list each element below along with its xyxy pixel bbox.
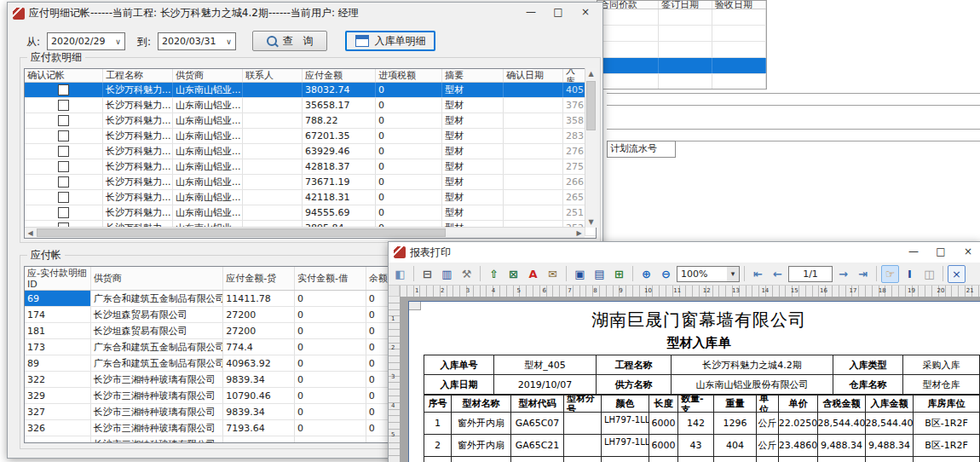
column-header[interactable]: 数量-支 [678,396,714,412]
table-cell[interactable] [504,113,563,128]
confirm-checkbox[interactable] [58,100,69,111]
zoom-out-icon[interactable]: ⊖ [657,265,675,283]
column-header[interactable]: 工程名称 [103,69,173,82]
table-cell[interactable] [25,190,103,205]
table-row[interactable]: 长沙万科魅力...山东南山铝业...94555.690型材251 [25,205,596,221]
book-icon[interactable]: ▥ [438,265,456,283]
scroll-left-icon[interactable]: ◀ [25,228,36,239]
table-cell[interactable] [564,457,602,462]
table-cell[interactable]: 型材 [442,129,504,143]
table-cell[interactable]: 型材 [442,205,504,220]
table-cell[interactable]: 山东南山铝业... [173,98,243,113]
table-cell[interactable]: 广东合和建筑五金制品有限公司 [91,355,224,371]
table-cell[interactable]: 22.0250 [779,413,818,434]
table-cell[interactable]: 长沙万科魅力... [103,159,173,174]
copy-icon[interactable]: ◫ [920,265,938,283]
confirm-checkbox[interactable] [58,130,69,141]
table-cell[interactable] [243,159,303,174]
table-row[interactable]: 长沙万科魅力...山东南山铝业...63929.460型材276 [25,144,596,159]
table-cell[interactable]: B区-1R2F [914,435,980,456]
table-cell[interactable]: 长沙万科魅力... [103,83,173,97]
table-cell[interactable]: 23.4860 [779,435,818,456]
scroll-down-icon[interactable]: ▼ [585,217,597,228]
table-cell[interactable] [597,26,659,41]
table-cell[interactable] [243,98,303,113]
table-cell[interactable]: 窗外开内扇 [452,435,511,456]
table-cell[interactable]: 327 [25,404,91,419]
table-cell[interactable]: 型材 [442,175,504,189]
excel-icon[interactable]: ⊠ [504,265,522,283]
table-cell[interactable]: 长沙市三湘特种玻璃有限公司 [91,372,224,387]
table-cell[interactable]: 275 [563,159,585,174]
table-cell[interactable]: 28,544.40 [866,413,914,434]
table-cell[interactable]: 89 [25,355,91,371]
panel-toggle-icon[interactable]: ◧ [391,265,409,283]
table-cell[interactable]: 公斤 [757,435,779,456]
minimize-button[interactable]: — [900,243,927,260]
table-cell[interactable] [243,129,303,143]
table-cell[interactable]: 型材 [442,113,504,128]
table-cell[interactable]: 0 [376,159,442,174]
table-cell[interactable]: 27200 [223,307,295,322]
column-header[interactable]: 型材分号 [564,396,602,412]
table-cell[interactable]: 广东合和建筑五金制品有限公司 [91,291,224,306]
column-header[interactable]: 进项税额 [376,69,442,82]
table-cell[interactable] [243,113,303,128]
table-cell[interactable] [712,74,766,90]
column-header[interactable]: 单位 [757,396,779,412]
table-cell[interactable]: 0 [376,175,442,189]
table-cell[interactable]: 173 [25,339,91,355]
first-page-icon[interactable]: ⇤ [749,265,767,283]
table-cell[interactable]: 6000 [649,435,678,456]
table-cell[interactable]: GA65C07 [511,413,564,434]
table-cell[interactable]: 0 [376,129,442,143]
table-cell[interactable] [452,457,511,462]
table-cell[interactable] [659,74,712,90]
confirm-checkbox[interactable] [58,146,69,157]
column-header[interactable]: 重量 [714,396,757,412]
table-row[interactable]: 长沙万科魅力...山东南山铝业...38032.740型材405 [25,83,596,98]
table-cell[interactable] [25,98,103,113]
table-row[interactable] [597,26,766,42]
table-cell[interactable] [25,436,91,443]
table-cell[interactable]: 358 [563,113,585,128]
confirm-checkbox[interactable] [58,176,69,188]
table-cell[interactable] [712,58,766,73]
table-cell[interactable]: 型材 [442,83,504,97]
table-cell[interactable]: 67201.35 [303,129,376,143]
table-cell[interactable]: 型材 [442,144,504,159]
column-header[interactable]: 签订日期 [659,1,712,9]
table-cell[interactable] [597,9,659,25]
table-cell[interactable] [25,83,103,97]
column-header[interactable]: 型材代码 [511,396,564,412]
last-page-icon[interactable]: ⇥ [854,265,872,283]
table-cell[interactable]: 266 [563,175,585,189]
table-row[interactable] [597,58,766,74]
table-cell[interactable]: 11411.78 [223,291,295,306]
table-cell[interactable]: 入库单号 [424,355,494,374]
table-cell[interactable]: 公斤 [757,413,779,434]
table-cell[interactable] [712,26,766,41]
table-cell[interactable] [504,159,563,174]
table-cell[interactable]: 2019/10/07 [494,375,597,394]
table-cell[interactable]: 9,488.34 [818,435,866,456]
table-cell[interactable]: 326 [25,420,91,436]
table-cell[interactable]: 181 [25,323,91,338]
column-header[interactable]: 应-实付款明细ID [25,267,91,290]
table-cell[interactable] [779,457,818,462]
mail-icon[interactable]: ✉ [544,265,562,283]
table-cell[interactable]: 山东南山铝业... [173,159,243,174]
table-row[interactable] [597,9,766,26]
table-cell[interactable]: 0 [295,291,366,306]
save-icon[interactable]: ▣ [571,265,589,283]
table-row[interactable]: 长沙万科魅力...山东南山铝业...788.220型材358 [25,113,596,129]
table-cell[interactable]: 山东南山铝业股份有限公司 [672,375,833,394]
table-cell[interactable]: 265 [563,190,585,205]
table-row[interactable]: 长沙万科魅力...山东南山铝业...73671.190型材266 [25,175,596,190]
table-cell[interactable]: 长沙万科魅力... [103,129,173,143]
table-cell[interactable] [714,457,757,462]
table-cell[interactable]: 9839.34 [223,372,295,387]
column-header[interactable]: 长度 [649,396,678,412]
table-cell[interactable]: LH797-1LL [602,435,649,456]
to-date-combo[interactable]: 2020/03/31 ∨ [158,32,236,50]
